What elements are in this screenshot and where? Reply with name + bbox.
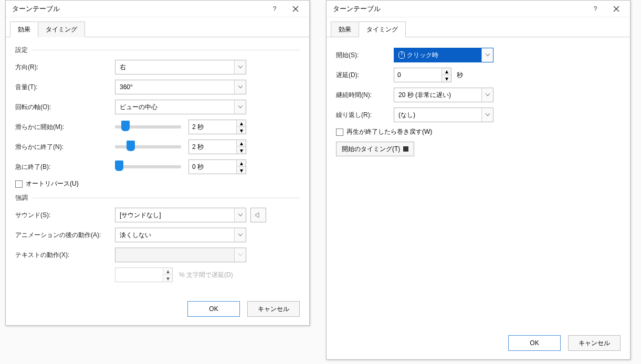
sound-combo[interactable]: [サウンドなし] bbox=[115, 208, 246, 222]
trigger-timing-button[interactable]: 開始のタイミング(T) bbox=[336, 142, 414, 156]
volume-combo[interactable]: 360° bbox=[115, 80, 246, 94]
axis-label: 回転の軸(O): bbox=[15, 103, 115, 112]
ok-button[interactable]: OK bbox=[187, 301, 240, 317]
repeat-label: 繰り返し(R): bbox=[336, 111, 394, 120]
volume-label: 音量(T): bbox=[15, 83, 115, 92]
titlebar: ターンテーブル ? bbox=[6, 1, 309, 17]
section-emphasis: 強調 bbox=[15, 194, 28, 202]
duration-combo[interactable]: 20 秒 (非常に遅い) bbox=[394, 88, 493, 102]
titlebar: ターンテーブル ? bbox=[327, 1, 630, 17]
delay-spin[interactable]: 0 ▴▾ bbox=[394, 68, 451, 82]
bounce-end-label: 急に終了(B): bbox=[15, 163, 115, 172]
cancel-button[interactable]: キャンセル bbox=[568, 335, 621, 351]
mouse-icon bbox=[398, 51, 405, 59]
chevron-down-icon bbox=[481, 108, 493, 122]
dialog-title: ターンテーブル bbox=[12, 4, 264, 14]
axis-combo[interactable]: ビューの中心 bbox=[115, 100, 246, 114]
duration-label: 継続時間(N): bbox=[336, 91, 394, 100]
chevron-down-icon bbox=[234, 228, 246, 242]
char-delay-spin: ▴▾ bbox=[115, 267, 173, 282]
tab-effect[interactable]: 効果 bbox=[331, 22, 359, 37]
smooth-start-slider[interactable] bbox=[115, 125, 181, 129]
chevron-down-icon bbox=[481, 48, 493, 62]
char-delay-label: % 文字間で遅延(D) bbox=[179, 271, 233, 280]
after-animation-label: アニメーションの後の動作(A): bbox=[15, 231, 115, 240]
repeat-combo[interactable]: (なし) bbox=[394, 108, 493, 122]
smooth-start-spin[interactable]: 2 秒 ▴▾ bbox=[188, 120, 246, 134]
smooth-end-label: 滑らかに終了(N): bbox=[15, 143, 115, 152]
chevron-down-icon bbox=[234, 100, 246, 114]
chevron-down-icon bbox=[481, 88, 493, 102]
chevron-down-icon bbox=[234, 208, 246, 222]
ok-button[interactable]: OK bbox=[508, 335, 561, 351]
speaker-button[interactable] bbox=[250, 208, 266, 222]
tab-timing[interactable]: タイミング bbox=[38, 22, 85, 37]
tab-timing[interactable]: タイミング bbox=[359, 22, 406, 37]
delay-unit: 秒 bbox=[457, 71, 463, 80]
autoreverse-checkbox[interactable]: オートリバース(U) bbox=[15, 179, 79, 188]
direction-label: 方向(R): bbox=[15, 63, 115, 72]
cancel-button[interactable]: キャンセル bbox=[247, 301, 300, 317]
smooth-end-slider[interactable] bbox=[115, 145, 181, 148]
bounce-end-spin[interactable]: 0 秒 ▴▾ bbox=[188, 159, 246, 174]
text-animation-combo bbox=[115, 248, 246, 262]
close-button[interactable] bbox=[606, 2, 627, 16]
help-button[interactable]: ? bbox=[585, 2, 606, 16]
sound-label: サウンド(S): bbox=[15, 211, 115, 220]
start-combo[interactable]: クリック時 bbox=[394, 48, 493, 62]
section-settings: 設定 bbox=[15, 46, 28, 55]
tab-effect[interactable]: 効果 bbox=[10, 22, 38, 37]
smooth-end-spin[interactable]: 2 秒 ▴▾ bbox=[188, 140, 246, 154]
chevron-down-icon bbox=[234, 248, 246, 262]
chevron-down-icon bbox=[234, 60, 246, 74]
dialog-title: ターンテーブル bbox=[333, 4, 585, 14]
bounce-end-slider[interactable] bbox=[115, 165, 181, 168]
direction-combo[interactable]: 右 bbox=[115, 60, 246, 74]
text-animation-label: テキストの動作(X): bbox=[15, 251, 115, 260]
close-button[interactable] bbox=[285, 2, 306, 16]
smooth-start-label: 滑らかに開始(M): bbox=[15, 123, 115, 132]
expand-icon bbox=[403, 146, 408, 152]
delay-label: 遅延(D): bbox=[336, 71, 394, 80]
rewind-checkbox[interactable]: 再生が終了したら巻き戻す(W) bbox=[336, 127, 432, 136]
start-label: 開始(S): bbox=[336, 51, 394, 60]
help-button[interactable]: ? bbox=[264, 2, 285, 16]
chevron-down-icon bbox=[234, 80, 246, 94]
after-animation-combo[interactable]: 淡くしない bbox=[115, 228, 246, 242]
